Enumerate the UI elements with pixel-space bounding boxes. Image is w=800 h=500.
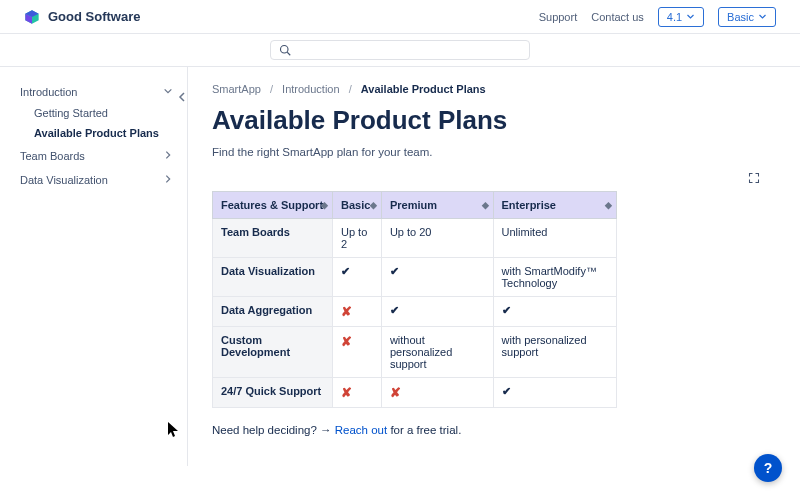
plan-cell: Up to 20 — [381, 219, 493, 258]
plan-cell: ✔ — [493, 378, 616, 408]
help-line: Need help deciding? → Reach out for a fr… — [212, 424, 760, 436]
cross-icon: ✘ — [341, 334, 352, 349]
plan-cell: ✔ — [381, 258, 493, 297]
check-icon: ✔ — [341, 265, 350, 277]
cross-icon: ✘ — [341, 385, 352, 400]
sort-icon: ◆ — [605, 200, 612, 210]
sort-icon: ◆ — [482, 200, 489, 210]
feature-cell: Custom Development — [213, 327, 333, 378]
plan-cell: ✘ — [333, 297, 382, 327]
table-row: Team BoardsUp to 2Up to 20Unlimited — [213, 219, 617, 258]
chevron-down-icon — [758, 12, 767, 21]
search-icon — [279, 44, 291, 56]
cross-icon: ✘ — [390, 385, 401, 400]
help-prefix: Need help deciding? → — [212, 424, 335, 436]
plan-cell: ✔ — [333, 258, 382, 297]
brand-name: Good Software — [48, 9, 140, 24]
chevron-down-icon — [686, 12, 695, 21]
chevron-down-icon — [163, 86, 173, 98]
table-row: Data Visualization✔✔with SmartModify™ Te… — [213, 258, 617, 297]
question-icon: ? — [764, 460, 773, 466]
breadcrumb-separator: / — [270, 83, 273, 95]
expand-table-button[interactable] — [748, 172, 760, 187]
breadcrumb-separator: / — [349, 83, 352, 95]
plan-cell: ✘ — [381, 378, 493, 408]
table-header-basic[interactable]: Basic◆ — [333, 192, 382, 219]
table-row: Custom Development✘without personalized … — [213, 327, 617, 378]
reach-out-link[interactable]: Reach out — [335, 424, 387, 436]
plan-selector[interactable]: Basic — [718, 7, 776, 27]
help-suffix: for a free trial. — [387, 424, 461, 436]
plan-label: Basic — [727, 11, 754, 23]
check-icon: ✔ — [502, 385, 511, 397]
chevron-right-icon — [163, 150, 173, 162]
sort-icon: ◆ — [321, 200, 328, 210]
sidebar: Introduction Getting Started Available P… — [0, 67, 188, 466]
feature-cell: Data Aggregation — [213, 297, 333, 327]
plan-cell: Unlimited — [493, 219, 616, 258]
search-box[interactable] — [270, 40, 530, 60]
feature-cell: Data Visualization — [213, 258, 333, 297]
page-subtitle: Find the right SmartApp plan for your te… — [212, 146, 760, 158]
sidebar-collapse-handle[interactable] — [176, 91, 188, 103]
table-row: 24/7 Quick Support✘✘✔ — [213, 378, 617, 408]
version-selector[interactable]: 4.1 — [658, 7, 704, 27]
chevron-left-icon — [176, 91, 188, 103]
main-content: SmartApp / Introduction / Available Prod… — [188, 67, 800, 466]
table-header-enterprise[interactable]: Enterprise◆ — [493, 192, 616, 219]
plan-cell: with personalized support — [493, 327, 616, 378]
svg-line-4 — [287, 52, 290, 55]
table-header-premium[interactable]: Premium◆ — [381, 192, 493, 219]
breadcrumb: SmartApp / Introduction / Available Prod… — [212, 83, 760, 95]
svg-point-3 — [281, 46, 289, 54]
plan-cell: Up to 2 — [333, 219, 382, 258]
breadcrumb-section[interactable]: Introduction — [282, 83, 339, 95]
check-icon: ✔ — [390, 265, 399, 277]
sidebar-item-introduction[interactable]: Introduction — [20, 81, 179, 103]
brand-logo-icon — [24, 9, 40, 25]
table-body: Team BoardsUp to 2Up to 20UnlimitedData … — [213, 219, 617, 408]
sidebar-item-team-boards[interactable]: Team Boards — [20, 145, 179, 167]
expand-icon — [748, 172, 760, 184]
support-link[interactable]: Support — [539, 11, 578, 23]
plans-table: Features & Support◆ Basic◆ Premium◆ Ente… — [212, 191, 617, 408]
sidebar-item-getting-started[interactable]: Getting Started — [34, 103, 179, 123]
check-icon: ✔ — [390, 304, 399, 316]
check-icon: ✔ — [502, 304, 511, 316]
plan-cell: without personalized support — [381, 327, 493, 378]
sidebar-item-label: Introduction — [20, 86, 77, 98]
sidebar-item-data-visualization[interactable]: Data Visualization — [20, 169, 179, 191]
plan-cell: ✔ — [381, 297, 493, 327]
top-right: Support Contact us 4.1 Basic — [539, 7, 776, 27]
plan-cell: ✔ — [493, 297, 616, 327]
contact-link[interactable]: Contact us — [591, 11, 644, 23]
plan-cell: ✘ — [333, 378, 382, 408]
search-input[interactable] — [297, 44, 521, 56]
chevron-right-icon — [163, 174, 173, 186]
search-row — [0, 34, 800, 67]
sidebar-item-label: Team Boards — [20, 150, 85, 162]
table-row: Data Aggregation✘✔✔ — [213, 297, 617, 327]
brand: Good Software — [24, 9, 140, 25]
top-bar: Good Software Support Contact us 4.1 Bas… — [0, 0, 800, 34]
sidebar-item-label: Data Visualization — [20, 174, 108, 186]
table-header-features[interactable]: Features & Support◆ — [213, 192, 333, 219]
version-label: 4.1 — [667, 11, 682, 23]
sort-icon: ◆ — [370, 200, 377, 210]
page-title: Available Product Plans — [212, 105, 760, 136]
breadcrumb-root[interactable]: SmartApp — [212, 83, 261, 95]
feature-cell: 24/7 Quick Support — [213, 378, 333, 408]
sidebar-item-available-product-plans[interactable]: Available Product Plans — [34, 123, 179, 143]
breadcrumb-current: Available Product Plans — [361, 83, 486, 95]
cross-icon: ✘ — [341, 304, 352, 319]
plan-cell: ✘ — [333, 327, 382, 378]
feature-cell: Team Boards — [213, 219, 333, 258]
plan-cell: with SmartModify™ Technology — [493, 258, 616, 297]
